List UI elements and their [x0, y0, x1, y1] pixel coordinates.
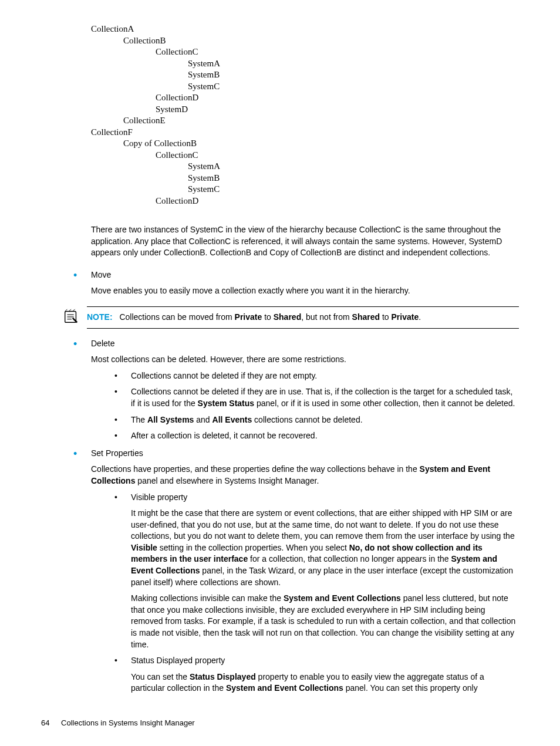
delete-sub-3: The All Systems and All Events collectio… — [114, 414, 519, 426]
hierarchy-node: CollectionE — [123, 115, 519, 127]
visible-p1: It might be the case that there are syst… — [131, 508, 519, 588]
hierarchy-node: SystemC — [188, 81, 519, 93]
visible-p2: Making collections invisible can make th… — [131, 593, 519, 650]
visible-title: Visible property — [131, 492, 519, 504]
list-item-delete: Delete Most collections can be deleted. … — [73, 338, 519, 442]
hierarchy-node: SystemD — [156, 104, 519, 116]
hierarchy-node: CollectionD — [156, 195, 519, 207]
note-label: NOTE: — [87, 312, 113, 322]
note-icon — [62, 308, 80, 325]
setprops-status: Status Displayed property You can set th… — [114, 655, 519, 694]
setprops-body: Collections have properties, and these p… — [91, 464, 519, 487]
delete-body: Most collections can be deleted. However… — [91, 354, 519, 366]
delete-sub-4: After a collection is deleted, it cannot… — [114, 430, 519, 442]
hierarchy-node: SystemB — [188, 173, 519, 184]
delete-title: Delete — [91, 338, 519, 350]
status-title: Status Displayed property — [131, 655, 519, 667]
note-content: NOTE: Collections can be moved from Priv… — [87, 306, 519, 329]
hierarchy-node: CollectionA — [91, 23, 519, 35]
hierarchy-node: CollectionD — [156, 92, 519, 104]
list-item-move: Move Move enables you to easily move a c… — [73, 269, 519, 297]
hierarchy-node: SystemC — [188, 184, 519, 195]
hierarchy-tree: CollectionACollectionBCollectionCSystemA… — [91, 23, 519, 207]
setprops-visible: Visible property It might be the case th… — [114, 492, 519, 651]
setprops-title: Set Properties — [91, 448, 519, 460]
hierarchy-node: SystemA — [188, 58, 519, 70]
hierarchy-node: CollectionC — [156, 150, 519, 161]
delete-sub-1: Collections cannot be deleted if they ar… — [114, 370, 519, 382]
status-p1: You can set the Status Displayed propert… — [131, 671, 519, 694]
hierarchy-node: CollectionB — [123, 35, 519, 47]
list-item-setproperties: Set Properties Collections have properti… — [73, 448, 519, 694]
hierarchy-node: SystemA — [188, 161, 519, 173]
move-title: Move — [91, 269, 519, 281]
paragraph-intro: There are two instances of SystemC in th… — [91, 224, 519, 259]
move-body: Move enables you to easily move a collec… — [91, 285, 519, 297]
hierarchy-node: SystemB — [188, 69, 519, 81]
delete-sub-2: Collections cannot be deleted if they ar… — [114, 386, 519, 409]
hierarchy-node: CollectionF — [91, 127, 519, 139]
note-text: Collections can be moved from Private to… — [119, 312, 421, 322]
hierarchy-node: CollectionC — [156, 46, 519, 58]
note-block: NOTE: Collections can be moved from Priv… — [62, 306, 519, 329]
hierarchy-node: Copy of CollectionB — [123, 138, 519, 150]
